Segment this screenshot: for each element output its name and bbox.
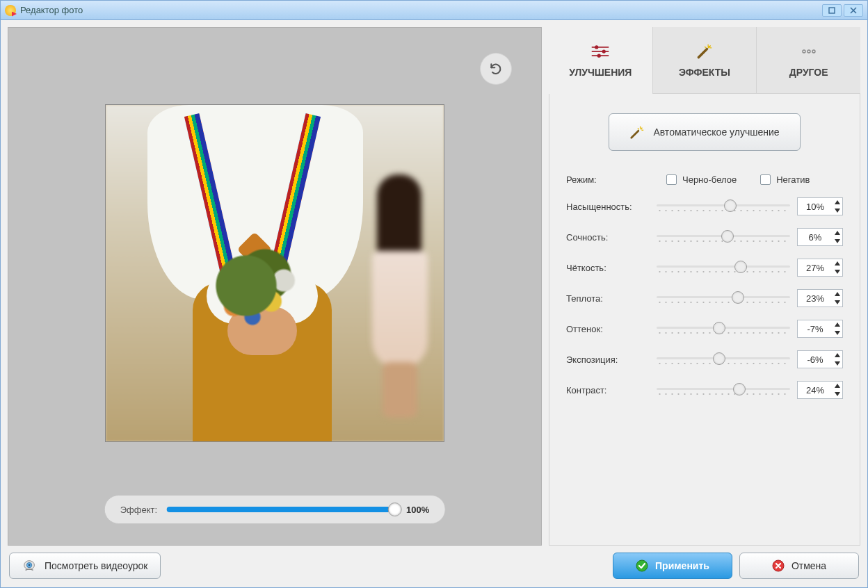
- maximize-button[interactable]: [822, 4, 842, 17]
- spin-down[interactable]: [833, 359, 842, 368]
- effect-slider[interactable]: [167, 507, 396, 512]
- warmth-row: Теплота: 23%: [566, 289, 843, 307]
- tutorial-label: Посмотреть видеоурок: [45, 560, 147, 571]
- effect-value: 100%: [406, 505, 429, 515]
- spin-down[interactable]: [833, 329, 842, 337]
- spin-down[interactable]: [833, 268, 842, 276]
- sharpness-label: Чёткость:: [566, 263, 650, 273]
- apply-label: Применить: [655, 560, 709, 571]
- spin-up[interactable]: [833, 290, 842, 298]
- check-circle-icon: [636, 560, 648, 572]
- magic-wand-icon: [629, 124, 645, 140]
- auto-enhance-button[interactable]: Автоматическое улучшение: [609, 113, 801, 151]
- tint-slider[interactable]: [657, 323, 790, 334]
- footer: Посмотреть видеоурок Применить Отмена: [8, 551, 860, 580]
- window-title: Редактор фото: [20, 5, 822, 15]
- vibrance-knob[interactable]: [721, 230, 734, 243]
- exposure-row: Экспозиция: -6%: [566, 350, 843, 368]
- webcam-icon: [22, 560, 38, 572]
- tutorial-button[interactable]: Посмотреть видеоурок: [9, 553, 161, 579]
- close-button[interactable]: [844, 4, 863, 17]
- exposure-slider[interactable]: [657, 354, 790, 365]
- tabs: УЛУЧШЕНИЯ ЭФФЕКТЫ ДРУГОЕ: [549, 27, 860, 94]
- contrast-knob[interactable]: [733, 383, 746, 395]
- vibrance-row: Сочность: 6%: [566, 228, 843, 246]
- undo-button[interactable]: [480, 53, 512, 85]
- sharpness-row: Чёткость: 27%: [566, 259, 843, 277]
- svg-point-4: [602, 49, 606, 53]
- exposure-knob[interactable]: [713, 352, 725, 365]
- sharpness-knob[interactable]: [734, 261, 747, 273]
- cancel-label: Отмена: [791, 560, 826, 571]
- contrast-row: Контраст: 24%: [566, 381, 843, 399]
- spin-down[interactable]: [833, 298, 842, 307]
- svg-point-20: [29, 564, 31, 566]
- tab-other-label: ДРУГОЕ: [789, 67, 828, 78]
- cancel-button[interactable]: Отмена: [739, 553, 859, 579]
- spin-down[interactable]: [833, 206, 842, 215]
- tab-effects[interactable]: ЭФФЕКТЫ: [652, 27, 757, 94]
- tint-spinner[interactable]: -7%: [797, 320, 843, 338]
- enhance-panel: Автоматическое улучшение Режим: Черно-бе…: [549, 94, 860, 546]
- saturation-label: Насыщенность:: [566, 202, 650, 212]
- tab-enhance-label: УЛУЧШЕНИЯ: [569, 67, 632, 78]
- svg-point-13: [812, 49, 815, 52]
- bw-checkbox[interactable]: Черно-белое: [666, 174, 737, 185]
- spin-up[interactable]: [833, 259, 842, 268]
- svg-point-2: [595, 45, 598, 49]
- spin-up[interactable]: [833, 229, 842, 237]
- tab-enhance[interactable]: УЛУЧШЕНИЯ: [549, 27, 652, 94]
- warmth-knob[interactable]: [732, 291, 744, 304]
- spin-up[interactable]: [833, 320, 842, 329]
- svg-point-21: [636, 560, 648, 571]
- negative-checkbox[interactable]: Негатив: [760, 174, 810, 185]
- svg-point-11: [803, 49, 805, 52]
- effect-label: Эффект:: [120, 505, 157, 515]
- saturation-row: Насыщенность: 10%: [566, 197, 843, 215]
- effect-strength-bar: Эффект: 100%: [104, 495, 446, 524]
- tab-other[interactable]: ДРУГОЕ: [756, 27, 860, 94]
- vibrance-slider[interactable]: [657, 231, 790, 243]
- vibrance-label: Сочность:: [566, 232, 650, 243]
- contrast-slider[interactable]: [657, 384, 790, 395]
- spin-up[interactable]: [833, 351, 842, 359]
- warmth-label: Теплота:: [566, 293, 650, 304]
- client-area: Эффект: 100% УЛУЧШЕНИЯ ЭФФЕКТЫ: [1, 20, 867, 587]
- saturation-knob[interactable]: [724, 199, 737, 212]
- tint-label: Оттенок:: [566, 324, 650, 334]
- photo-preview: [105, 104, 444, 442]
- spin-up[interactable]: [833, 382, 842, 390]
- effect-slider-knob[interactable]: [388, 503, 402, 516]
- spin-down[interactable]: [833, 390, 842, 398]
- spin-down[interactable]: [833, 237, 842, 245]
- spin-up[interactable]: [833, 198, 842, 206]
- more-icon: [799, 43, 819, 60]
- canvas-panel: Эффект: 100%: [8, 27, 542, 546]
- svg-point-12: [807, 49, 810, 52]
- warmth-spinner[interactable]: 23%: [797, 289, 843, 307]
- negative-label: Негатив: [776, 174, 810, 185]
- sharpness-spinner[interactable]: 27%: [797, 259, 843, 277]
- auto-enhance-label: Автоматическое улучшение: [653, 126, 779, 138]
- svg-line-17: [638, 129, 639, 130]
- tint-row: Оттенок: -7%: [566, 320, 843, 338]
- saturation-spinner[interactable]: 10%: [797, 197, 843, 215]
- svg-line-15: [641, 128, 643, 130]
- photo-editor-window: Редактор фото: [0, 0, 868, 588]
- side-panel: УЛУЧШЕНИЯ ЭФФЕКТЫ ДРУГОЕ Автоматическое: [549, 27, 860, 546]
- warmth-slider[interactable]: [657, 293, 790, 304]
- exposure-label: Экспозиция:: [566, 354, 650, 365]
- apply-button[interactable]: Применить: [613, 553, 732, 579]
- contrast-spinner[interactable]: 24%: [797, 381, 843, 399]
- vibrance-spinner[interactable]: 6%: [797, 228, 843, 246]
- title-bar: Редактор фото: [1, 1, 867, 20]
- bw-label: Черно-белое: [682, 174, 737, 185]
- mode-label: Режим:: [566, 174, 643, 185]
- magic-wand-icon: [695, 43, 714, 60]
- tint-knob[interactable]: [713, 322, 725, 334]
- saturation-slider[interactable]: [657, 201, 790, 212]
- svg-line-10: [705, 47, 707, 48]
- exposure-spinner[interactable]: -6%: [797, 350, 843, 368]
- sharpness-slider[interactable]: [657, 262, 790, 273]
- svg-point-6: [597, 54, 601, 58]
